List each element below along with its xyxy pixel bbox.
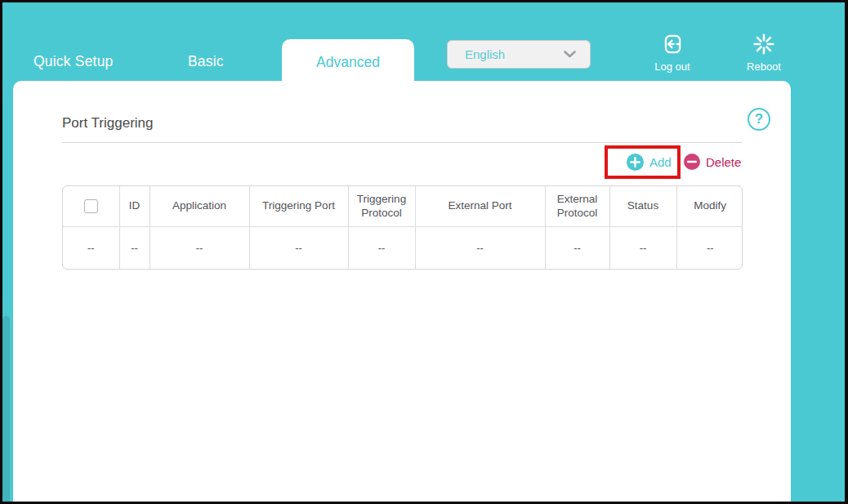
language-select[interactable]: English	[447, 40, 591, 69]
table-header-id: ID	[119, 186, 150, 226]
tab-quick-setup[interactable]: Quick Setup	[33, 53, 114, 70]
logout-icon	[661, 33, 684, 59]
cell-modify: --	[676, 226, 743, 269]
cell-id: --	[119, 226, 150, 269]
logout-button[interactable]: Log out	[647, 33, 698, 73]
language-select-value: English	[465, 47, 563, 61]
content-panel: Port Triggering ? Add Delete	[13, 81, 791, 502]
title-divider	[62, 142, 743, 143]
delete-label: Delete	[706, 155, 741, 169]
table-header-triggering-protocol: Triggering Protocol	[348, 186, 415, 226]
table-header-select	[63, 186, 119, 226]
reboot-label: Reboot	[747, 60, 781, 73]
reboot-button[interactable]: Reboot	[739, 33, 789, 73]
table-header-application: Application	[150, 186, 249, 226]
table-header-external-protocol: External Protocol	[545, 186, 609, 226]
add-label: Add	[649, 155, 672, 169]
plus-icon	[627, 154, 644, 171]
router-admin-screen: { "header": { "tabs": [ { "label": "Quic…	[0, 0, 848, 504]
table-row: -- -- -- -- -- -- -- -- --	[63, 226, 743, 269]
cell-external-protocol: --	[545, 226, 609, 269]
table-header-modify: Modify	[676, 186, 743, 226]
left-scrollbar-thumb[interactable]	[2, 316, 10, 502]
port-triggering-table: ID Application Triggering Port Triggerin…	[62, 185, 743, 270]
tab-advanced[interactable]: Advanced	[282, 39, 414, 84]
cell-external-port: --	[415, 226, 545, 269]
cell-status: --	[609, 226, 676, 269]
tab-basic[interactable]: Basic	[188, 53, 224, 70]
cell-triggering-port: --	[249, 226, 348, 269]
cell-select: --	[63, 226, 119, 269]
question-mark-icon: ?	[755, 111, 763, 127]
add-button[interactable]: Add	[627, 154, 672, 171]
page-title: Port Triggering	[62, 115, 154, 132]
minus-icon	[684, 154, 700, 170]
table-header-triggering-port: Triggering Port	[249, 186, 348, 226]
cell-triggering-protocol: --	[348, 226, 415, 269]
help-button[interactable]: ?	[748, 108, 770, 131]
select-all-checkbox[interactable]	[84, 199, 98, 213]
reboot-icon	[752, 33, 775, 59]
logout-label: Log out	[654, 60, 690, 73]
table-header-status: Status	[609, 186, 676, 226]
delete-button[interactable]: Delete	[684, 154, 741, 170]
table-header-row: ID Application Triggering Port Triggerin…	[63, 186, 743, 226]
cell-application: --	[150, 226, 249, 269]
chevron-down-icon	[563, 50, 577, 59]
table-header-external-port: External Port	[415, 186, 545, 226]
